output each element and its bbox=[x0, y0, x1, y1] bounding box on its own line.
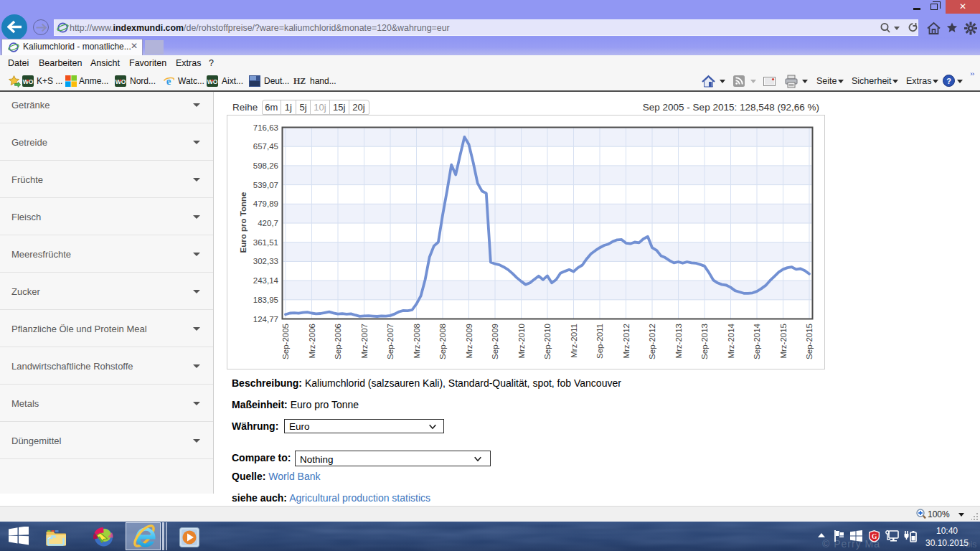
svg-text:?: ? bbox=[946, 77, 951, 85]
svg-text:Mrz-2008: Mrz-2008 bbox=[413, 324, 421, 359]
svg-text:Sep-2012: Sep-2012 bbox=[648, 324, 656, 359]
svg-text:Mrz-2007: Mrz-2007 bbox=[360, 324, 369, 359]
svg-text:183,95: 183,95 bbox=[253, 296, 278, 304]
svg-text:Mrz-2009: Mrz-2009 bbox=[465, 324, 473, 359]
svg-text:Sep-2013: Sep-2013 bbox=[700, 324, 709, 359]
svg-text:Mrz-2010: Mrz-2010 bbox=[517, 324, 526, 359]
svg-text:Euro pro Tonne: Euro pro Tonne bbox=[239, 192, 248, 253]
svg-text:Mrz-2011: Mrz-2011 bbox=[570, 324, 578, 358]
svg-text:Sep-2015: Sep-2015 bbox=[805, 324, 814, 359]
svg-text:539,07: 539,07 bbox=[253, 181, 278, 189]
svg-text:598,26: 598,26 bbox=[253, 161, 278, 170]
svg-text:Sep-2006: Sep-2006 bbox=[334, 324, 342, 359]
svg-text:Sep-2005: Sep-2005 bbox=[281, 324, 290, 359]
svg-text:Sep-2008: Sep-2008 bbox=[438, 324, 447, 359]
svg-text:Mrz-2012: Mrz-2012 bbox=[622, 324, 631, 359]
svg-text:302,33: 302,33 bbox=[253, 257, 278, 265]
svg-text:243,14: 243,14 bbox=[253, 276, 279, 285]
svg-text:657,45: 657,45 bbox=[253, 142, 278, 151]
svg-text:716,63: 716,63 bbox=[253, 123, 278, 132]
svg-text:Mrz-2006: Mrz-2006 bbox=[308, 324, 316, 359]
svg-text:G: G bbox=[872, 533, 877, 540]
svg-text:Sep-2014: Sep-2014 bbox=[753, 323, 761, 359]
svg-text:Sep-2010: Sep-2010 bbox=[543, 324, 552, 359]
svg-text:Sep-2011: Sep-2011 bbox=[595, 324, 604, 359]
svg-text:Mrz-2014: Mrz-2014 bbox=[727, 323, 735, 358]
svg-text:124,77: 124,77 bbox=[253, 315, 278, 324]
svg-text:Mrz-2013: Mrz-2013 bbox=[674, 324, 683, 359]
svg-text:479,89: 479,89 bbox=[253, 199, 278, 208]
svg-text:Mrz-2015: Mrz-2015 bbox=[779, 324, 788, 359]
svg-text:420,7: 420,7 bbox=[258, 219, 278, 227]
svg-text:361,51: 361,51 bbox=[253, 238, 278, 247]
svg-text:Sep-2009: Sep-2009 bbox=[491, 324, 499, 359]
svg-text:Sep-2007: Sep-2007 bbox=[386, 324, 395, 359]
